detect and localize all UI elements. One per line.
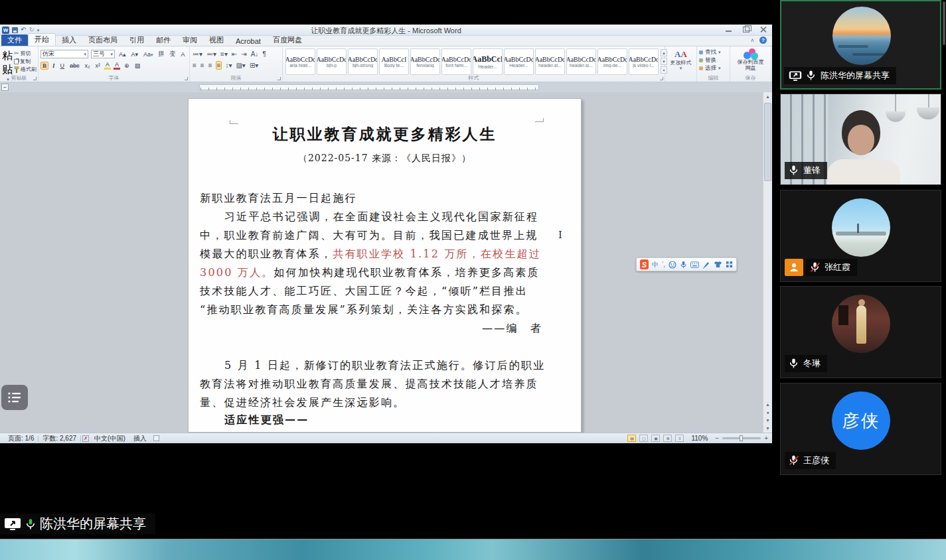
tab-mailings[interactable]: 邮件 (150, 35, 177, 46)
skin-icon[interactable] (714, 261, 722, 268)
tab-view[interactable]: 视图 (203, 35, 230, 46)
restore-button[interactable] (742, 26, 751, 33)
style-chip[interactable]: AaBbCcDc bjh-strong (348, 48, 378, 75)
cut-button[interactable]: ✂ 剪切 (14, 50, 37, 57)
tab-insert[interactable]: 插入 (56, 35, 82, 46)
font-size-combo[interactable]: 三号▾ (91, 50, 115, 58)
decrease-indent-button[interactable]: ⇤ (231, 50, 238, 58)
minimize-ribbon-icon[interactable]: ˄ (751, 37, 754, 44)
tab-file[interactable]: 文件 (1, 35, 28, 46)
select-browse-object-icon[interactable]: ● (766, 409, 769, 417)
tab-page-layout[interactable]: 页面布局 (82, 35, 123, 46)
sidebar-scrollbar[interactable] (943, 1, 945, 45)
annotation-list-button[interactable] (1, 385, 28, 410)
change-case-button[interactable]: Aa▾ (142, 51, 155, 58)
vertical-scrollbar[interactable]: ▲ ▲ ● ▼ ▼ (763, 92, 772, 433)
outline-view-button[interactable]: ≣ (663, 435, 672, 442)
draft-view-button[interactable]: ≡ (675, 435, 684, 442)
character-shading-button[interactable]: ▨ (133, 62, 142, 69)
sogou-logo-icon[interactable]: S (640, 259, 649, 269)
multilevel-list-button[interactable]: ≡▾ (220, 50, 228, 58)
print-layout-view-button[interactable]: ▤ (627, 435, 636, 442)
toolbox-icon[interactable] (726, 261, 733, 268)
paste-button[interactable]: 粘贴 ▾ (2, 48, 14, 74)
font-dialog-launcher[interactable] (185, 77, 188, 80)
char-border-button[interactable]: A (180, 51, 187, 58)
grow-font-button[interactable]: A▴ (118, 51, 127, 58)
zoom-out-icon[interactable]: − (715, 435, 719, 442)
style-chip[interactable]: AaBbCcDc img-de... (597, 48, 627, 75)
superscript-button[interactable]: x² (94, 62, 102, 69)
style-chip[interactable]: AaBbCcDc js video l... (629, 48, 659, 75)
font-family-combo[interactable]: 仿宋▾ (40, 50, 88, 58)
tab-references[interactable]: 引用 (123, 35, 150, 46)
help-icon[interactable]: ? (759, 36, 767, 44)
participant-tile[interactable]: 彦侠 王彦侠 (780, 383, 941, 475)
participant-tile[interactable]: 董锋 (780, 94, 941, 185)
replace-button[interactable]: 替换 (699, 56, 728, 64)
participant-tile[interactable]: 张红霞 (780, 190, 941, 282)
soft-keyboard-icon[interactable] (690, 261, 699, 268)
enclose-characters-button[interactable]: ⊕ (123, 62, 131, 69)
zoom-slider[interactable] (722, 437, 761, 439)
minimize-button[interactable] (724, 26, 734, 33)
tab-home[interactable]: 开始 (28, 33, 56, 46)
style-chip[interactable]: AaBbCcI Header... (473, 48, 503, 75)
save-to-netdisk-button[interactable]: 保存到百度网盘 保存 (730, 46, 771, 82)
increase-indent-button[interactable]: ⇥ (240, 50, 247, 58)
subscript-button[interactable]: x₂ (84, 62, 92, 69)
voice-input-icon[interactable] (680, 261, 687, 269)
page-indicator[interactable]: 页面: 1/6 (4, 434, 38, 443)
numbering-button[interactable]: ≕▾ (206, 50, 217, 58)
language-indicator[interactable]: 中文(中国) (90, 434, 129, 443)
underline-button[interactable]: U (59, 62, 66, 69)
punctuation-icon[interactable]: ’, (662, 261, 665, 268)
shrink-font-button[interactable]: A▾ (130, 51, 140, 58)
tab-acrobat[interactable]: Acrobat (230, 36, 267, 46)
scrollbar-thumb[interactable] (764, 103, 771, 181)
zoom-slider-thumb[interactable] (740, 435, 743, 441)
bold-button[interactable]: B (40, 62, 48, 70)
format-painter-button[interactable]: 格式刷 (14, 66, 37, 73)
next-page-icon[interactable]: ▼ (765, 417, 770, 425)
sort-button[interactable]: A↓ (250, 50, 260, 58)
fullscreen-view-button[interactable]: ▢ (639, 435, 648, 442)
style-chip[interactable]: AaBbCcDc header-si... (566, 48, 596, 75)
web-layout-view-button[interactable]: ▣ (651, 435, 660, 442)
find-button[interactable]: 查找▾ (699, 48, 728, 56)
bullets-button[interactable]: ≔▾ (192, 50, 203, 58)
spellcheck-icon[interactable]: ✗ (82, 435, 89, 442)
borders-button[interactable]: ⊞▾ (249, 62, 259, 69)
char-case-button[interactable]: 变 (169, 50, 177, 58)
align-center-button[interactable]: ≡ (200, 62, 205, 69)
style-chip[interactable]: AaBbCcI Body te... (379, 48, 409, 75)
overtype-icon[interactable] (153, 435, 159, 441)
close-button[interactable] (759, 26, 768, 33)
horizontal-ruler[interactable]: ⌐ (0, 82, 772, 92)
emoji-icon[interactable] (669, 261, 676, 269)
document-page[interactable]: 让职业教育成就更多精彩人生 （2022-05-17 来源：《人民日报》） 新职业… (188, 98, 582, 433)
justify-button[interactable]: ≡ (216, 61, 222, 70)
previous-page-icon[interactable]: ▲ (765, 401, 770, 409)
insert-mode[interactable]: 插入 (129, 434, 151, 443)
style-chip[interactable]: AaBbCcDc aria hidd... (285, 48, 315, 75)
scroll-down-icon[interactable]: ▼ (765, 425, 770, 433)
copy-button[interactable]: 复制 (14, 58, 37, 65)
pinyin-guide-button[interactable]: 拼 (157, 50, 166, 58)
strikethrough-button[interactable]: abc (68, 62, 81, 69)
line-spacing-button[interactable]: ↕▾ (224, 62, 232, 69)
text-highlight-button[interactable]: A (104, 62, 111, 70)
font-color-button[interactable]: A (114, 62, 120, 70)
tab-baidu-netdisk[interactable]: 百度网盘 (267, 35, 308, 46)
tab-selector-icon[interactable]: ⌐ (1, 84, 9, 91)
align-right-button[interactable]: ≡ (208, 62, 213, 69)
styles-dialog-launcher[interactable] (660, 77, 663, 80)
participant-tile-sharing[interactable]: 陈洪华的屏幕共享 (780, 0, 941, 90)
chinese-mode-icon[interactable]: 中 (652, 261, 659, 268)
italic-button[interactable]: I (51, 62, 56, 69)
zoom-level[interactable]: 110% (687, 435, 712, 442)
style-chip[interactable]: AaBbCcDd Header... (504, 48, 534, 75)
paragraph-dialog-launcher[interactable] (277, 77, 281, 80)
style-chip[interactable]: AaBbCcDc fenxiang (410, 48, 440, 75)
handwriting-icon[interactable] (702, 261, 710, 269)
